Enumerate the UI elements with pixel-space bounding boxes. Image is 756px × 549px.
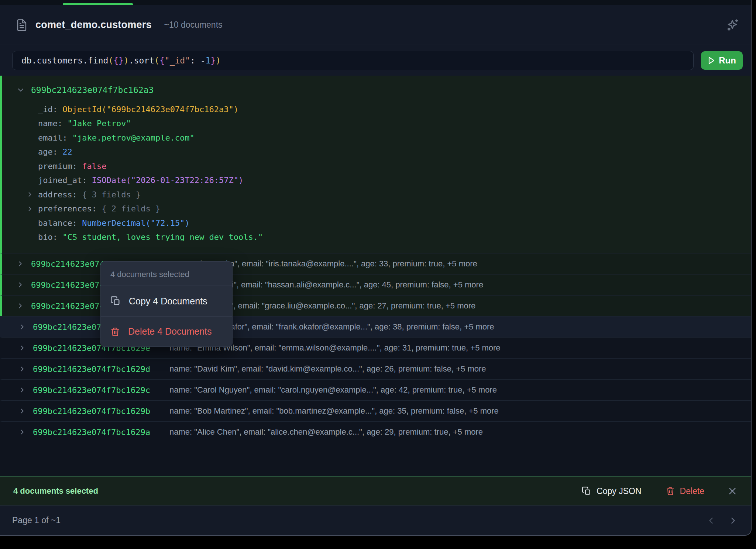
document-preview: name: "Carol Nguyen", email: "carol.nguy… bbox=[169, 385, 497, 395]
menu-item-label: Delete 4 Documents bbox=[128, 326, 212, 337]
page-indicator: Page 1 of ~1 bbox=[12, 515, 61, 525]
copy-icon bbox=[582, 486, 591, 496]
field-value: { 3 fields } bbox=[82, 190, 141, 199]
chevron-right-icon[interactable] bbox=[18, 428, 26, 436]
chevron-right-icon[interactable] bbox=[16, 281, 24, 289]
field-value: false bbox=[82, 162, 106, 171]
query-token: db.customers.find bbox=[21, 56, 108, 65]
field-value: 22 bbox=[62, 147, 72, 156]
copy-json-button[interactable]: Copy JSON bbox=[582, 486, 641, 496]
query-token: .sort bbox=[129, 56, 154, 65]
collection-title: comet_demo.customers bbox=[35, 19, 152, 31]
chevron-right-icon[interactable] bbox=[18, 365, 26, 373]
selection-status: 4 documents selected bbox=[13, 486, 98, 496]
run-query-button[interactable]: Run bbox=[701, 51, 743, 70]
document-preview: name: "Bob Martinez", email: "bob.martin… bbox=[169, 406, 499, 416]
app-window: comet_demo.customers ~10 documents db.cu… bbox=[0, 0, 752, 536]
field-row-age: age: 22 bbox=[2, 145, 751, 159]
active-tab-indicator[interactable] bbox=[63, 3, 133, 5]
chevron-right-icon[interactable] bbox=[16, 302, 24, 310]
copy-icon bbox=[110, 296, 121, 306]
run-label: Run bbox=[719, 55, 736, 66]
document-preview: name: "David Kim", email: "david.kim@exa… bbox=[169, 364, 486, 374]
field-row-balance: balance: NumberDecimal("72.15") bbox=[2, 216, 751, 230]
query-token: - bbox=[200, 56, 206, 65]
document-id: 699bc214623e074f7bc1629c bbox=[33, 386, 169, 395]
field-value: ISODate("2026-01-23T22:26:57Z") bbox=[92, 176, 244, 185]
ai-sparkles-button[interactable] bbox=[723, 15, 742, 35]
expanded-document: 699bc214623e074f7bc162a3 _id: ObjectId("… bbox=[0, 76, 751, 253]
menu-item-label: Copy 4 Documents bbox=[129, 296, 207, 307]
delete-label: Delete bbox=[680, 486, 704, 496]
query-token: ) bbox=[124, 56, 129, 65]
expanded-document-header[interactable]: 699bc214623e074f7bc162a3 bbox=[2, 82, 751, 99]
pagination-bar: Page 1 of ~1 bbox=[0, 505, 751, 535]
trash-icon bbox=[110, 327, 120, 337]
field-row-premium: premium: false bbox=[2, 159, 751, 173]
query-token: ( bbox=[154, 56, 159, 65]
chevron-right-icon[interactable] bbox=[16, 260, 24, 268]
field-row-name: name: "Jake Petrov" bbox=[2, 117, 751, 131]
document-id: 699bc214623e074f7bc1629b bbox=[33, 407, 169, 416]
document-row[interactable]: 699bc214623e074f7bc1629b name: "Bob Mart… bbox=[0, 400, 751, 421]
query-token: {} bbox=[113, 56, 124, 65]
query-token: 1 bbox=[206, 56, 211, 65]
field-value: NumberDecimal("72.15") bbox=[82, 218, 189, 228]
query-token: ( bbox=[108, 56, 113, 65]
next-page-button[interactable] bbox=[725, 512, 741, 529]
field-row-id: _id: ObjectId("699bc214623e074f7bc162a3"… bbox=[2, 102, 751, 117]
chevron-right-icon[interactable] bbox=[26, 205, 38, 213]
delete-documents-menu-item[interactable]: Delete 4 Documents bbox=[101, 316, 232, 346]
field-value: ObjectId("699bc214623e074f7bc162a3") bbox=[62, 105, 238, 114]
document-id: 699bc214623e074f7bc1629a bbox=[33, 428, 169, 437]
collection-header: comet_demo.customers ~10 documents bbox=[0, 5, 751, 45]
results-panel: 699bc214623e074f7bc162a3 _id: ObjectId("… bbox=[0, 76, 751, 476]
field-value: "CS student, loves trying new dev tools.… bbox=[62, 232, 263, 242]
tab-strip bbox=[0, 0, 751, 5]
field-row-preferences[interactable]: preferences: { 2 fields } bbox=[2, 202, 751, 216]
document-icon bbox=[16, 19, 27, 31]
play-icon bbox=[708, 56, 715, 65]
copy-json-label: Copy JSON bbox=[597, 486, 641, 496]
field-value: { 2 fields } bbox=[102, 204, 160, 213]
chevron-right-icon[interactable] bbox=[18, 323, 26, 331]
field-row-address[interactable]: address: { 3 fields } bbox=[2, 187, 751, 202]
close-selection-icon[interactable] bbox=[725, 484, 740, 498]
query-token: ) bbox=[216, 56, 221, 65]
context-menu-header: 4 documents selected bbox=[101, 262, 232, 286]
query-token: { bbox=[159, 56, 165, 65]
context-menu: 4 documents selected Copy 4 Documents De… bbox=[100, 261, 233, 347]
document-id: 699bc214623e074f7bc162a3 bbox=[31, 85, 154, 95]
chevron-right-icon[interactable] bbox=[18, 344, 26, 352]
document-row[interactable]: 699bc214623e074f7bc1629d name: "David Ki… bbox=[0, 358, 751, 379]
document-preview: name: "Alice Chen", email: "alice.chen@e… bbox=[169, 427, 483, 437]
chevron-right-icon[interactable] bbox=[18, 407, 26, 415]
document-id: 699bc214623e074f7bc1629d bbox=[33, 365, 169, 374]
field-row-joined-at: joined_at: ISODate("2026-01-23T22:26:57Z… bbox=[2, 173, 751, 188]
query-token: "_id" bbox=[165, 56, 190, 65]
document-row[interactable]: 699bc214623e074f7bc1629c name: "Carol Ng… bbox=[0, 379, 751, 400]
selection-bar: 4 documents selected Copy JSON Delete bbox=[0, 476, 751, 505]
chevron-right-icon[interactable] bbox=[26, 191, 38, 198]
document-row[interactable]: 699bc214623e074f7bc1629a name: "Alice Ch… bbox=[0, 421, 751, 442]
trash-icon bbox=[666, 486, 675, 496]
field-row-email: email: "jake.petrov@example.com" bbox=[2, 131, 751, 145]
chevron-right-icon[interactable] bbox=[18, 386, 26, 394]
copy-documents-menu-item[interactable]: Copy 4 Documents bbox=[101, 286, 232, 316]
field-row-bio: bio: "CS student, loves trying new dev t… bbox=[2, 230, 751, 245]
field-value: "jake.petrov@example.com" bbox=[72, 133, 195, 142]
field-value: "Jake Petrov" bbox=[67, 119, 131, 128]
document-fields: _id: ObjectId("699bc214623e074f7bc162a3"… bbox=[2, 102, 751, 244]
previous-page-button[interactable] bbox=[703, 512, 719, 529]
query-token: : bbox=[190, 56, 200, 65]
document-count: ~10 documents bbox=[164, 20, 223, 30]
chevron-down-icon[interactable] bbox=[16, 86, 25, 94]
delete-selected-button[interactable]: Delete bbox=[666, 486, 704, 496]
query-token: } bbox=[210, 56, 216, 65]
query-bar: db.customers.find({}).sort({"_id": -1}) … bbox=[0, 45, 751, 76]
query-input[interactable]: db.customers.find({}).sort({"_id": -1}) bbox=[12, 51, 694, 70]
